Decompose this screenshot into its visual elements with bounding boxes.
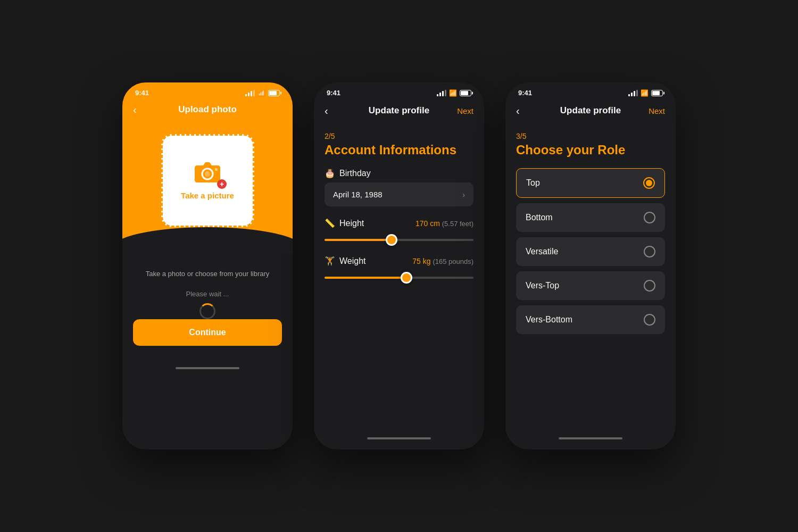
page-title-3: Update profile <box>560 105 621 116</box>
signal-icon <box>245 90 255 96</box>
height-section: 📏 Height 170 cm (5.57 feet) <box>325 218 473 245</box>
height-icon: 📏 <box>325 218 335 228</box>
role-option-2[interactable]: Versatile <box>516 237 665 266</box>
birthday-label-row: 🎂 Birthday <box>325 168 473 178</box>
height-fill <box>325 239 392 241</box>
signal-icon-2 <box>437 90 446 96</box>
battery-icon-3 <box>651 90 663 96</box>
phone-account: 9:41 📶 ‹ Update profile Next 2/5 Account… <box>314 82 484 450</box>
curve-transition <box>122 227 293 254</box>
nav-row-3: ‹ Update profile Next <box>505 100 676 123</box>
weight-thumb[interactable] <box>401 272 412 284</box>
signal-icon-3 <box>628 90 638 96</box>
radio-vers-bottom <box>644 314 655 326</box>
weight-icon: 🏋 <box>325 256 335 266</box>
nav-row-1: ‹ Upload photo <box>133 100 282 123</box>
header-section: ‹ Upload photo <box>122 100 293 129</box>
wifi-icon-2: 📶 <box>449 89 457 97</box>
height-track <box>325 239 473 241</box>
scroll-content-3: 3/5 Choose your Role Top Bottom Versatil… <box>505 123 676 437</box>
scroll-content-2: 2/5 Account Informations 🎂 Birthday Apri… <box>314 123 484 437</box>
continue-button[interactable]: Continue <box>133 319 282 346</box>
role-option-1[interactable]: Bottom <box>516 203 665 232</box>
please-wait-text: Please wait ... <box>186 290 229 298</box>
birthday-value: April 18, 1988 <box>333 190 383 199</box>
next-button-2[interactable]: Next <box>457 106 473 115</box>
birthday-row[interactable]: April 18, 1988 › <box>325 182 473 206</box>
wifi-icon: 📶 <box>257 89 265 97</box>
back-button-2[interactable]: ‹ <box>325 105 328 117</box>
radio-versatile <box>644 246 655 257</box>
weight-section: 🏋 Weight 75 kg (165 pounds) <box>325 256 473 283</box>
upload-card-section: + Take a picture <box>122 129 293 227</box>
role-option-0[interactable]: Top <box>516 168 665 198</box>
height-thumb[interactable] <box>386 234 397 246</box>
subtitle-text: Take a photo or choose from your library <box>146 269 270 279</box>
weight-slider[interactable] <box>325 272 473 283</box>
back-button-1[interactable]: ‹ <box>133 104 137 116</box>
camera-icon-wrap: + <box>193 161 222 187</box>
weight-header: 🏋 Weight 75 kg (165 pounds) <box>325 256 473 266</box>
height-label: Height <box>339 219 364 228</box>
status-icons-1: 📶 <box>245 89 280 97</box>
role-option-3[interactable]: Vers-Top <box>516 271 665 300</box>
nav-row-2: ‹ Update profile Next <box>314 100 484 123</box>
height-label-left: 📏 Height <box>325 218 364 228</box>
step-label-2: 2/5 <box>325 132 473 140</box>
plus-badge: + <box>217 179 227 189</box>
radio-top <box>643 177 655 189</box>
height-value: 170 cm (5.57 feet) <box>415 219 473 228</box>
status-icons-2: 📶 <box>437 89 471 97</box>
phone3-content: ‹ Update profile Next 3/5 Choose your Ro… <box>505 100 676 444</box>
time-3: 9:41 <box>518 89 532 97</box>
radio-bottom <box>644 212 655 223</box>
weight-label: Weight <box>339 256 366 266</box>
phone2-content: ‹ Update profile Next 2/5 Account Inform… <box>314 100 484 444</box>
status-bar-2: 9:41 📶 <box>314 82 484 100</box>
battery-icon-2 <box>460 90 471 96</box>
orange-bg: ‹ Upload photo + Take a picture <box>122 100 293 254</box>
weight-value: 75 kg (165 pounds) <box>412 257 473 265</box>
weight-track <box>325 277 473 279</box>
section-title-2: Account Informations <box>325 143 473 157</box>
status-bar-1: 9:41 📶 <box>122 82 293 100</box>
back-button-3[interactable]: ‹ <box>516 105 520 117</box>
phone-upload: 9:41 📶 ‹ Upload photo <box>122 82 293 450</box>
chevron-right-icon: › <box>462 190 465 199</box>
time-1: 9:41 <box>135 89 149 97</box>
battery-icon <box>268 90 280 96</box>
spinner-icon <box>200 303 215 319</box>
svg-point-1 <box>205 171 210 177</box>
weight-label-left: 🏋 Weight <box>325 256 366 266</box>
home-indicator-1 <box>176 367 239 369</box>
birthday-label: Birthday <box>339 169 371 178</box>
body-content-1: Take a photo or choose from your library… <box>122 254 293 367</box>
birthday-icon: 🎂 <box>325 168 335 178</box>
section-title-3: Choose your Role <box>516 143 665 157</box>
wifi-icon-3: 📶 <box>641 89 649 97</box>
time-2: 9:41 <box>327 89 340 97</box>
page-title-2: Update profile <box>369 105 429 116</box>
upload-card[interactable]: + Take a picture <box>161 134 254 227</box>
status-bar-3: 9:41 📶 <box>505 82 676 100</box>
svg-rect-2 <box>215 168 218 171</box>
loading-section: Please wait ... <box>186 290 229 319</box>
role-option-4[interactable]: Vers-Bottom <box>516 305 665 334</box>
height-header: 📏 Height 170 cm (5.57 feet) <box>325 218 473 228</box>
status-icons-3: 📶 <box>628 89 663 97</box>
height-slider[interactable] <box>325 235 473 245</box>
step-label-3: 3/5 <box>516 132 665 140</box>
radio-vers-top <box>644 280 655 292</box>
weight-fill <box>325 277 406 279</box>
take-picture-label: Take a picture <box>181 191 234 200</box>
home-indicator-2 <box>367 437 431 439</box>
page-title-1: Upload photo <box>178 104 237 115</box>
phone-role: 9:41 📶 ‹ Update profile Next 3/5 Choose … <box>505 82 676 450</box>
next-button-3[interactable]: Next <box>649 106 665 115</box>
home-indicator-3 <box>559 437 622 439</box>
